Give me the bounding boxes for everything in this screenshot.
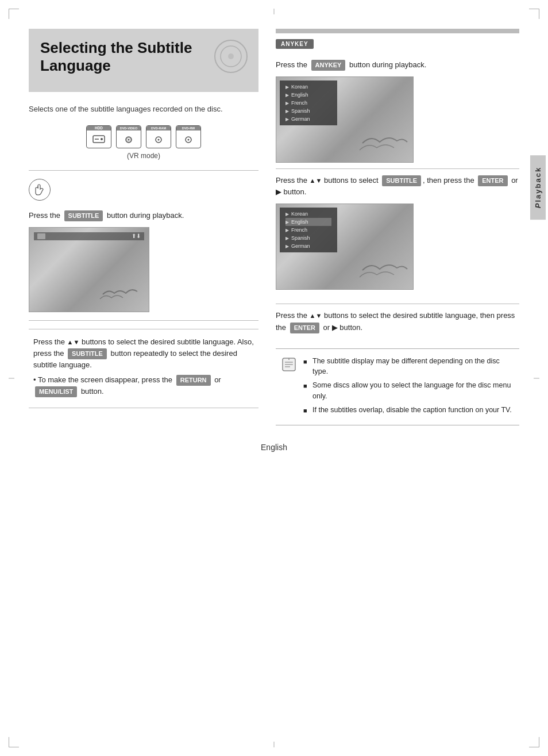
up-down-arrows: ▲▼ [67,337,80,347]
right-section-2: Press the ▲▼ buttons to select SUBTITLE,… [276,168,519,301]
hand-icon-section: Press the SUBTITLE button during playbac… [29,179,258,221]
center-left-mark [9,378,14,378]
dvd-rw-label: DVD-RW [176,126,200,131]
media-icons-row: HDD DVD-VIDEO [29,125,258,148]
bottom-note-section: Press the ▲▼ buttons to select the desir… [29,329,258,409]
birds-svg [97,277,143,306]
right-column: ANYKEY Press the ANYKEY button during pl… [276,29,519,425]
right-screen-thumb-1: ▶ Korean ▶ English ▶ French ▶ Spanish ▶ … [276,76,414,163]
up-down-arrows-r3: ▲▼ [310,311,322,321]
dvd-video-svg [122,135,135,143]
dvd-ram-icon: DVD-RAM [146,125,171,148]
enter-btn-r: ENTER [478,175,507,186]
right-step2-text: Press the ▲▼ buttons to select SUBTITLE,… [276,175,519,198]
menu-bar: ⬆⬇ [34,232,144,240]
menu-item-3: ▶ French [285,99,331,107]
dvd-video-label: DVD-VIDEO [117,126,141,131]
svg-point-2 [228,53,234,59]
birds-svg-r2 [357,253,408,285]
menu-item-r2-1: ▶ Korean [285,210,331,218]
playback-label: layback [534,167,542,202]
menu-item-1: ▶ Korean [285,83,331,91]
note-item-2: ■ Some discs allow you to select the lan… [303,380,514,402]
menu-item-4: ▶ Spanish [285,107,331,115]
svg-point-7 [128,139,130,140]
svg-point-4 [101,138,103,140]
center-right-mark [534,378,539,378]
menu-item-r2-2: ▶ English [285,218,331,226]
notes-icon [281,357,298,419]
center-bottom-mark [274,742,275,747]
center-top-mark [274,9,275,14]
right-section-3: Press the ▲▼ buttons to select the desir… [276,304,519,342]
svg-point-12 [188,139,190,140]
left-step1-text: Press the SUBTITLE button during playbac… [29,210,258,221]
left-screen-thumb: ⬆⬇ [29,227,149,312]
disc-decoration-icon [214,39,248,74]
anykey-badge: ANYKEY [276,39,314,49]
menu-item-r2-5: ▶ German [285,242,331,250]
bar-icon [37,233,45,239]
playback-p-letter: P [534,202,542,209]
hdd-icon: HDD [86,125,111,148]
hand-svg [33,183,46,196]
language-label: English [29,443,519,463]
corner-bl [9,737,19,747]
subtitle-button-label: SUBTITLE [64,210,103,221]
divider-2 [29,320,258,321]
left-step3-text: • To make the screen disappear, press th… [33,374,254,397]
menu-list-btn: MENU/LIST [35,386,77,397]
hdd-label: HDD [87,126,111,131]
bullet-3: ■ [303,406,309,416]
overlay-menu-2: ▶ Korean ▶ English ▶ French ▶ Spanish ▶ … [280,208,337,252]
right-step3-text: Press the ▲▼ buttons to select the desir… [276,310,519,333]
bar-arrows: ⬆⬇ [132,233,141,239]
hand-icon [29,179,51,201]
notes-box: ■ The subtitle display may be different … [276,348,519,426]
dvd-video-icon: DVD-VIDEO [116,125,141,148]
bullet-2: ■ [303,381,309,391]
corner-tl [9,9,19,19]
title-box: Selecting the Subtitle Language [29,29,258,92]
main-content: Selecting the Subtitle Language Selects … [29,29,519,425]
subtitle-btn-r: SUBTITLE [382,175,421,186]
corner-tr [529,9,539,19]
bullet-1: ■ [303,357,309,367]
up-down-arrows-r: ▲▼ [310,176,322,186]
dvd-rw-svg [182,135,195,143]
notes-content: ■ The subtitle display may be different … [303,356,514,419]
enter-btn-r2: ENTER [290,323,319,333]
right-screen-thumb-2: ▶ Korean ▶ English ▶ French ▶ Spanish ▶ … [276,204,414,290]
corner-br [529,737,539,747]
anykey-section: ANYKEY [276,29,519,55]
menu-item-r2-3: ▶ French [285,226,331,234]
dvd-rw-icon: DVD-RW [176,125,201,148]
hdd-svg [92,135,105,143]
description-text: Selects one of the subtitle languages re… [29,103,258,115]
menu-item-r2-4: ▶ Spanish [285,234,331,242]
return-btn: RETURN [176,375,211,386]
note-item-1: ■ The subtitle display may be different … [303,356,514,378]
svg-point-10 [158,139,160,140]
playback-tab: Playback [530,155,546,220]
vr-mode-label: (VR mode) [29,152,258,160]
anykey-bar [276,29,519,33]
note-svg [281,357,296,372]
overlay-menu-1: ▶ Korean ▶ English ▶ French ▶ Spanish ▶ … [280,80,337,125]
left-step2-text: Press the ▲▼ buttons to select the desir… [33,336,254,371]
anykey-button-label: ANYKEY [311,60,346,71]
birds-svg-r1 [357,126,408,158]
dvd-ram-svg [152,135,165,143]
right-step1-text: Press the ANYKEY button during playback. [276,59,519,71]
dvd-ram-label: DVD-RAM [146,126,171,131]
note-item-3: ■ If the subtitles overlap, disable the … [303,405,514,416]
notes-list: ■ The subtitle display may be different … [303,356,514,416]
menu-item-2: ▶ English [285,91,331,99]
page-container: Selecting the Subtitle Language Selects … [0,0,548,756]
subtitle-btn-2: SUBTITLE [68,348,107,359]
left-column: Selecting the Subtitle Language Selects … [29,29,258,425]
menu-item-5: ▶ German [285,115,331,123]
divider-1 [29,170,258,171]
